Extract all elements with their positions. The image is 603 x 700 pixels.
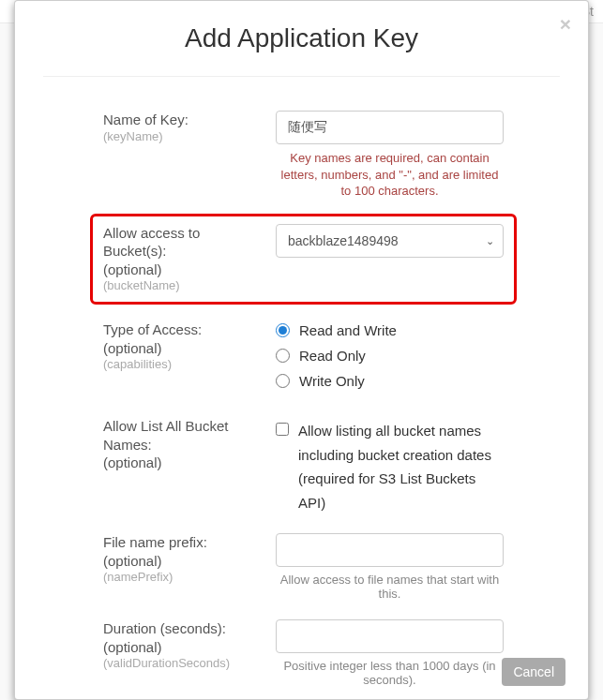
bucket-access-row: Allow access to Bucket(s): (optional) (b… [103, 224, 504, 294]
key-name-error: Key names are required, can contain lett… [276, 150, 504, 200]
radio-read-only[interactable]: Read Only [276, 348, 504, 364]
radio-write-only-label: Write Only [299, 373, 365, 389]
list-checkbox-input[interactable] [276, 423, 289, 436]
radio-read-write[interactable]: Read and Write [276, 322, 504, 338]
bucket-select[interactable]: backblaze1489498 [276, 224, 504, 258]
radio-read-only-input[interactable] [276, 349, 290, 363]
prefix-label: File name prefix: [103, 533, 266, 552]
duration-label: Duration (seconds): [103, 619, 266, 638]
radio-write-only-input[interactable] [276, 374, 290, 388]
duration-input[interactable] [276, 619, 504, 653]
access-label: Type of Access: [103, 320, 266, 339]
access-optional: (optional) [103, 339, 266, 358]
key-name-input[interactable] [276, 111, 504, 144]
list-optional: (optional) [103, 454, 266, 472]
duration-optional: (optional) [103, 638, 266, 657]
radio-read-only-label: Read Only [299, 348, 366, 364]
add-key-modal: × Add Application Key Name of Key: (keyN… [14, 0, 589, 700]
close-icon[interactable]: × [560, 14, 571, 34]
file-prefix-row: File name prefix: (optional) (namePrefix… [103, 533, 504, 601]
type-of-access-row: Type of Access: (optional) (capabilities… [103, 320, 504, 398]
list-label: Allow List All Bucket Names: [103, 417, 266, 454]
prefix-optional: (optional) [103, 552, 266, 571]
divider [43, 76, 560, 77]
radio-read-write-input[interactable] [276, 323, 290, 337]
bucket-hint: (bucketName) [103, 278, 266, 294]
duration-row: Duration (seconds): (optional) (validDur… [103, 619, 504, 687]
bucket-label: Allow access to Bucket(s): [103, 224, 266, 261]
list-buckets-row: Allow List All Bucket Names: (optional) … [103, 417, 504, 514]
name-of-key-row: Name of Key: (keyName) Key names are req… [103, 111, 504, 200]
prefix-help: Allow access to file names that start wi… [276, 573, 504, 601]
prefix-hint: (namePrefix) [103, 570, 266, 586]
list-checkbox-item[interactable]: Allow listing all bucket names including… [276, 417, 504, 514]
file-prefix-input[interactable] [276, 533, 504, 567]
form-body: Name of Key: (keyName) Key names are req… [43, 111, 560, 700]
radio-read-write-label: Read and Write [299, 322, 397, 338]
cancel-button[interactable]: Cancel [502, 658, 565, 686]
radio-write-only[interactable]: Write Only [276, 373, 504, 389]
list-checkbox-label: Allow listing all bucket names including… [298, 419, 504, 514]
duration-hint: (validDurationSeconds) [103, 656, 266, 672]
modal-footer: Cancel [502, 658, 565, 686]
name-hint: (keyName) [103, 129, 266, 145]
name-label: Name of Key: [103, 111, 266, 129]
bucket-optional: (optional) [103, 261, 266, 279]
modal-title: Add Application Key [43, 23, 560, 53]
access-hint: (capabilities) [103, 357, 266, 373]
duration-help: Positive integer less than 1000 days (in… [276, 659, 504, 687]
